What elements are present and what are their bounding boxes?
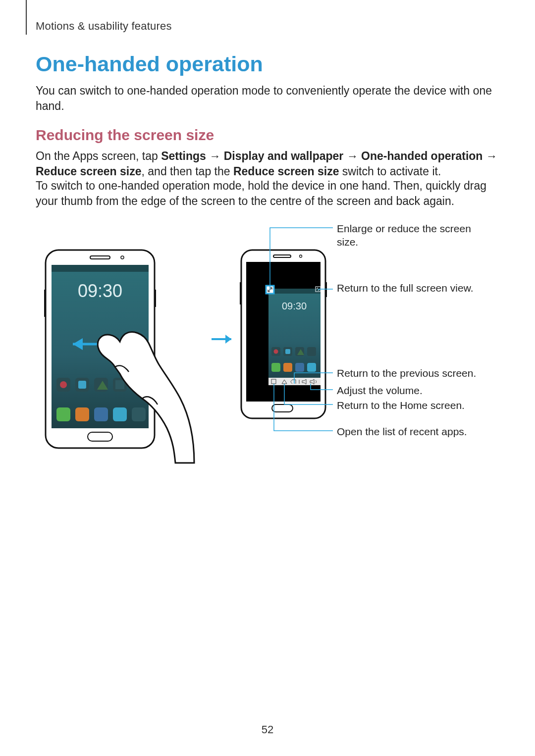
text-run: → <box>482 150 497 162</box>
heading-2: Reducing the screen size <box>36 127 214 144</box>
text-bold: Settings <box>161 150 206 162</box>
callout-home: Return to the Home screen. <box>337 399 485 412</box>
svg-rect-17 <box>56 407 70 421</box>
section-side-rule <box>26 0 27 35</box>
svg-rect-23 <box>155 290 156 307</box>
callout-previous: Return to the previous screen. <box>337 366 485 380</box>
svg-rect-34 <box>268 289 321 294</box>
callout-full-screen: Return to the full screen view. <box>337 281 485 295</box>
mini-screen: 09:30 <box>268 289 321 385</box>
paragraph-instructions-2: To switch to one-handed operation mode, … <box>36 178 499 209</box>
svg-rect-20 <box>113 407 127 421</box>
svg-rect-5 <box>52 265 149 272</box>
lockscreen-time: 09:30 <box>78 281 122 301</box>
text-bold: One-handed operation <box>361 150 482 162</box>
manual-page: Motions & usability features One-handed … <box>0 0 535 756</box>
transition-arrow-icon <box>212 335 231 344</box>
text-bold: Reduce screen size <box>233 165 339 178</box>
svg-rect-38 <box>285 349 290 354</box>
text-run: → <box>343 150 361 162</box>
text-bold: Display and wallpaper <box>224 150 344 162</box>
svg-rect-41 <box>307 347 316 356</box>
lockscreen-time-mini: 09:30 <box>282 301 307 311</box>
figure-one-handed: Enlarge or reduce the screen size. Retur… <box>36 218 499 465</box>
paragraph-instructions-1: On the Apps screen, tap Settings → Displ… <box>36 149 499 179</box>
phone-right: 09:30 <box>240 250 327 418</box>
svg-rect-12 <box>78 381 86 389</box>
svg-rect-19 <box>94 407 108 421</box>
text-run: , and then tap the <box>142 165 233 178</box>
page-number: 52 <box>0 723 535 736</box>
callout-recent-apps: Open the list of recent apps. <box>337 425 485 438</box>
running-header: Motions & usability features <box>36 20 172 33</box>
svg-point-36 <box>274 350 278 354</box>
text-run: switch to activate it. <box>339 165 441 178</box>
svg-rect-22 <box>44 290 46 317</box>
svg-rect-45 <box>307 363 316 372</box>
text-bold: Reduce screen size <box>36 165 142 178</box>
svg-rect-21 <box>132 407 146 421</box>
paragraph-intro: You can switch to one-handed operation m… <box>36 83 499 114</box>
svg-rect-18 <box>75 407 89 421</box>
heading-1: One-handed operation <box>36 52 263 76</box>
svg-rect-30 <box>240 282 241 304</box>
text-run: → <box>206 150 224 162</box>
svg-rect-44 <box>295 363 304 372</box>
callout-enlarge-reduce: Enlarge or reduce the screen size. <box>337 222 485 249</box>
svg-marker-25 <box>225 335 231 344</box>
svg-rect-16 <box>115 380 124 389</box>
svg-rect-31 <box>325 282 327 297</box>
svg-point-10 <box>60 381 67 388</box>
text-run: On the Apps screen, tap <box>36 150 161 162</box>
svg-rect-42 <box>271 363 280 372</box>
svg-rect-43 <box>283 363 292 372</box>
callout-volume: Adjust the volume. <box>337 384 485 397</box>
